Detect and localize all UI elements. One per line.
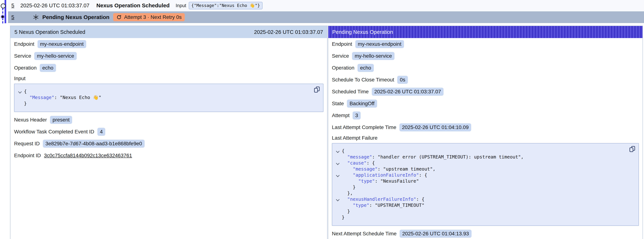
field-label: Last Attempt Complete Time: [332, 124, 396, 130]
left-panel-title: 5 Nexus Operation Scheduled: [14, 29, 85, 35]
field-endpoint: Endpointmy-nexus-endpoint: [332, 38, 639, 50]
field-next-attempt-schedule-time: Next Attempt Schedule Time2025-02-26 UTC…: [332, 228, 639, 239]
event-title: Pending Nexus Operation: [42, 14, 110, 20]
chevron-spacer: [334, 190, 342, 196]
event-input-chip: {"Message":"Nexus Echo 👋"}: [189, 2, 262, 9]
json-text: : "Nexus Echo 👋": [54, 95, 102, 100]
event-id-link[interactable]: 5: [11, 2, 14, 8]
right-fields-bottom: Next Attempt Schedule Time2025-02-26 UTC…: [328, 228, 642, 239]
event-id-link[interactable]: 5: [11, 14, 14, 20]
event-input-label: Input: [176, 3, 186, 8]
json-text: : "NexusFailure": [375, 178, 419, 184]
json-text: [342, 154, 347, 160]
json-line: }: [334, 184, 626, 190]
json-text: {: [24, 89, 27, 94]
json-key: "applicationFailureInfo": [353, 172, 419, 178]
field-operation: Operationecho: [14, 62, 324, 74]
field-value-badge: present: [50, 116, 72, 124]
json-key: "message": [347, 154, 372, 160]
field-label: State: [332, 101, 344, 106]
json-text: : "handler error (UPSTREAM_TIMEOUT): ups…: [372, 154, 524, 160]
right-fields-top: Endpointmy-nexus-endpointServicemy-hello…: [328, 38, 642, 133]
chevron-spacer: [334, 166, 342, 172]
json-text: },: [342, 190, 353, 196]
json-text: [342, 166, 353, 172]
retry-icon: [116, 14, 122, 20]
json-line: "Message": "Nexus Echo 👋": [17, 94, 310, 100]
json-text: [342, 160, 347, 166]
field-value-link[interactable]: 3c0c75ccfa8144b092c13ce632463761: [44, 152, 132, 158]
json-text: [342, 172, 353, 178]
field-value-badge: 2025-02-26 UTC 01:03:37.07: [372, 88, 444, 96]
chevron-spacer: [334, 214, 342, 220]
right-panel-title: Pending Nexus Operation: [332, 29, 393, 35]
input-json-viewer: { "Message": "Nexus Echo 👋"}: [14, 84, 324, 112]
json-line: "type": "UPSTREAM_TIMEOUT": [334, 202, 626, 208]
event-row-scheduled[interactable]: 5 2025-02-26 UTC 01:03:37.07 Nexus Opera…: [8, 0, 644, 11]
collapse-chevron-icon[interactable]: [334, 196, 342, 202]
json-text: : "upstream timeout",: [378, 166, 436, 172]
attempt-badge-text: Attempt 3 · Next Retry 0s: [124, 14, 182, 20]
field-service: Servicemy-hello-service: [332, 50, 639, 62]
field-schedule-to-close-timeout: Schedule To Close Timeout0s: [332, 74, 639, 86]
json-text: }: [24, 101, 27, 106]
chevron-spacer: [17, 94, 24, 100]
json-key: "message": [353, 166, 378, 172]
json-line: "nexusHandlerFailureInfo": {: [334, 196, 626, 202]
field-service: Servicemy-hello-service: [14, 50, 324, 62]
input-block-label: Input: [10, 74, 327, 84]
left-panel-timestamp: 2025-02-26 UTC 01:03:37.07: [254, 29, 323, 35]
panel-pending-operation: Pending Nexus Operation Endpointmy-nexus…: [328, 26, 643, 239]
json-text: }: [342, 215, 344, 220]
chevron-spacer: [17, 100, 24, 106]
field-last-attempt-complete-time: Last Attempt Complete Time2025-02-26 UTC…: [332, 121, 639, 133]
failure-block-label: Last Attempt Failure: [328, 133, 642, 143]
chevron-spacer: [334, 208, 342, 214]
json-line: },: [334, 190, 626, 196]
event-row-pending[interactable]: 5 Pending Nexus Operation Attempt 3 · Ne…: [8, 11, 644, 23]
json-line: {: [334, 148, 626, 154]
field-value-badge: 2025-02-26 UTC 01:04:13.93: [400, 230, 472, 238]
field-value-badge: my-hello-service: [34, 52, 77, 60]
json-line: "applicationFailureInfo": {: [334, 172, 626, 178]
field-state: StateBackingOff: [332, 98, 639, 110]
json-line: "message": "upstream timeout",: [334, 166, 626, 172]
copy-button[interactable]: [314, 86, 320, 93]
field-label: Endpoint: [14, 41, 34, 47]
field-label: Next Attempt Schedule Time: [332, 231, 396, 236]
json-line: "type": "NexusFailure": [334, 178, 626, 184]
field-value-badge: my-nexus-endpoint: [355, 40, 404, 48]
json-text: : {: [366, 160, 375, 166]
event-node-open-icon[interactable]: [1, 4, 6, 8]
field-label: Endpoint: [332, 41, 352, 47]
json-key: "type": [358, 178, 375, 184]
json-line: }: [17, 100, 310, 106]
copy-button[interactable]: [629, 146, 636, 152]
field-endpoint: Endpointmy-nexus-endpoint: [14, 38, 324, 50]
json-text: [342, 178, 358, 184]
field-label: Service: [332, 53, 349, 59]
event-node-current-icon[interactable]: [1, 15, 4, 19]
field-value-badge: 4: [98, 128, 106, 136]
json-text: : "UPSTREAM_TIMEOUT": [370, 202, 424, 208]
chevron-spacer: [334, 184, 342, 190]
field-scheduled-time: Scheduled Time2025-02-26 UTC 01:03:37.07: [332, 86, 639, 98]
field-value-badge: echo: [358, 64, 374, 72]
field-value-badge: 3e829b7e-7d67-4b08-aad3-b1e868bfe9e0: [43, 140, 144, 148]
field-request-id: Request ID3e829b7e-7d67-4b08-aad3-b1e868…: [14, 138, 324, 150]
collapse-chevron-icon[interactable]: [334, 172, 342, 178]
field-value-badge: my-hello-service: [352, 52, 394, 60]
collapse-chevron-icon[interactable]: [17, 88, 24, 94]
collapse-chevron-icon[interactable]: [334, 160, 342, 166]
left-fields-bottom: Nexus HeaderpresentWorkflow Task Complet…: [10, 114, 327, 162]
json-text: {: [342, 148, 344, 154]
json-text: [342, 196, 347, 202]
chevron-spacer: [334, 178, 342, 184]
field-endpoint-id: Endpoint ID3c0c75ccfa8144b092c13ce632463…: [14, 150, 324, 162]
collapse-chevron-icon[interactable]: [334, 148, 342, 154]
json-text: [342, 202, 353, 208]
json-text: : {: [419, 172, 427, 178]
json-line: }: [334, 214, 626, 220]
field-label: Operation: [332, 65, 354, 71]
json-line: "message": "handler error (UPSTREAM_TIME…: [334, 154, 626, 160]
